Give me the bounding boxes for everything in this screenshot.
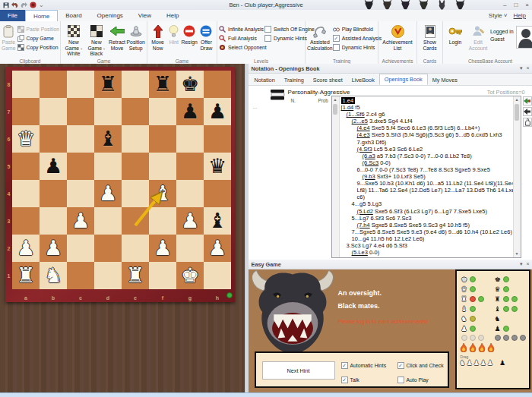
- board-square-c1[interactable]: [67, 262, 94, 289]
- chess-board[interactable]: ♜♜♚♟♟♛♝♟♛♟♝♟♟♝♟♟♟♟♜♞♜♚ 87654321 abcdefgh: [5, 67, 235, 302]
- board-square-b1[interactable]: ♞: [40, 262, 67, 289]
- retract-move-button[interactable]: Retract Move: [108, 23, 127, 51]
- copy-game-button[interactable]: Copy Game: [17, 35, 59, 42]
- chess-piece-wR-a1[interactable]: ♜: [12, 262, 40, 289]
- play-blindfold-button[interactable]: Play Blindfold: [333, 26, 382, 33]
- dynamic-hints-training-checkbox[interactable]: Dynamic Hints: [333, 44, 382, 51]
- assisted-calculation-button[interactable]: Assisted Calculation: [307, 23, 333, 51]
- tab-score-sheet[interactable]: Score sheet: [309, 75, 347, 85]
- board-square-g4[interactable]: [176, 180, 204, 207]
- achievement-list-button[interactable]: Achievement List: [380, 23, 415, 51]
- chess-piece-wR-e1[interactable]: ♜: [122, 262, 149, 289]
- chess-piece-wP-a2[interactable]: ♟: [12, 235, 40, 262]
- board-square-h6[interactable]: [204, 125, 231, 153]
- board-square-e7[interactable]: [122, 98, 149, 125]
- tab-notation[interactable]: Notation: [250, 75, 280, 85]
- board-square-e5[interactable]: [122, 153, 149, 180]
- back-arrow-button[interactable]: [523, 107, 532, 116]
- chess-piece-wP-f2[interactable]: ♟: [149, 235, 176, 262]
- chess-piece-bK-g8[interactable]: ♚: [176, 71, 204, 98]
- board-square-c8[interactable]: [67, 71, 94, 98]
- board-square-b7[interactable]: [40, 98, 67, 125]
- board-square-h2[interactable]: ♟: [204, 235, 231, 262]
- hint-button[interactable]: Hint: [166, 23, 181, 46]
- board-square-d1[interactable]: [94, 262, 122, 289]
- chess-piece-wP-d4[interactable]: ♟: [94, 180, 122, 207]
- checkbox-icon[interactable]: ✓: [333, 35, 340, 42]
- chess-piece-bR-d8[interactable]: ♜: [94, 71, 122, 98]
- board-square-a7[interactable]: [12, 98, 40, 125]
- tab-livebook[interactable]: LiveBook: [347, 75, 379, 85]
- board-square-h1[interactable]: [204, 262, 231, 289]
- chess-piece-bP-b5[interactable]: ♟: [40, 153, 67, 180]
- chess-piece-wB-f4[interactable]: ♝: [149, 180, 176, 207]
- checkbox-icon[interactable]: ✓: [397, 362, 404, 369]
- move-line[interactable]: 3.Sc3 Lg7 4.e4 d6 5.Sf3: [340, 242, 513, 249]
- board-square-a1[interactable]: ♜: [12, 262, 40, 289]
- menu-tab-board[interactable]: Board: [58, 10, 89, 21]
- edit-account-button[interactable]: Edit Account: [466, 23, 490, 51]
- style-menu[interactable]: Style ˅: [489, 12, 508, 19]
- chess-piece-wP-g3[interactable]: ♟: [176, 207, 204, 235]
- offer-draw-button[interactable]: Offer Draw: [198, 23, 215, 51]
- board-square-f7[interactable]: [149, 98, 176, 125]
- menu-tab-file[interactable]: File: [0, 10, 25, 21]
- menu-tab-help[interactable]: Help: [159, 10, 186, 21]
- move-line[interactable]: (5.Ld2 Sxe5 6.Sf3 (6.Lc3 Lg7) 6...Lg7 7.…: [340, 208, 513, 215]
- board-square-b4[interactable]: [40, 180, 67, 207]
- board-square-g2[interactable]: [176, 235, 204, 262]
- easy-game-header[interactable]: Easy Game ▾×: [249, 260, 532, 269]
- move-line[interactable]: 10...g4 11.h5 h6 12.Le2 Le6): [340, 235, 513, 242]
- board-square-c2[interactable]: [67, 235, 94, 262]
- board-square-d2[interactable]: [94, 235, 122, 262]
- new-game-white-button[interactable]: New Game - White: [62, 23, 85, 57]
- chess-piece-bB-d6[interactable]: ♝: [94, 125, 122, 153]
- paste-game-button[interactable]: Paste Game: [2, 23, 16, 51]
- chess-piece-wP-h2[interactable]: ♟: [204, 235, 231, 262]
- chess-piece-wQ-a6[interactable]: ♛: [12, 125, 40, 153]
- board-square-e4[interactable]: [122, 180, 149, 207]
- resign-button[interactable]: Resign: [182, 23, 198, 46]
- board-square-d6[interactable]: ♝: [94, 125, 122, 153]
- board-square-f3[interactable]: [149, 207, 176, 235]
- board-square-b8[interactable]: [40, 71, 67, 98]
- move-line[interactable]: (1...Sf6 2.c4 g6: [340, 111, 513, 118]
- menu-tab-home[interactable]: Home: [25, 10, 58, 21]
- copy-position-button[interactable]: Copy Position: [17, 44, 59, 51]
- panel-close-icon[interactable]: ×: [526, 65, 529, 71]
- board-square-a2[interactable]: ♟: [12, 235, 40, 262]
- board-square-b6[interactable]: [40, 125, 67, 153]
- board-square-c7[interactable]: [67, 98, 94, 125]
- hand-move-button[interactable]: [523, 118, 532, 127]
- move-line[interactable]: 4...g5 5.Lg3: [340, 200, 513, 207]
- board-square-h7[interactable]: ♟: [204, 98, 231, 125]
- checkbox-icon[interactable]: [333, 44, 340, 51]
- board-square-f8[interactable]: ♜: [149, 71, 176, 98]
- board-square-g6[interactable]: [176, 125, 204, 153]
- help-menu[interactable]: Help: [514, 12, 526, 19]
- board-square-h8[interactable]: [204, 71, 231, 98]
- notation-panel-header[interactable]: Notation - Openings Book ▾×: [249, 64, 532, 74]
- board-square-e8[interactable]: [122, 71, 149, 98]
- chess-piece-bB-h3[interactable]: ♝: [204, 207, 231, 235]
- board-square-f5[interactable]: [149, 153, 176, 180]
- board-square-e6[interactable]: [122, 125, 149, 153]
- board-square-g1[interactable]: ♚: [176, 262, 204, 289]
- moves-text[interactable]: 1.e4[1.d4 f5(1...Sf6 2.c4 g6(2...e5 3.dx…: [340, 97, 513, 257]
- board-square-b2[interactable]: ♟: [40, 235, 67, 262]
- move-now-button[interactable]: Move Now: [149, 23, 166, 51]
- chess-piece-bP-h7[interactable]: ♟: [204, 98, 231, 125]
- board-square-a3[interactable]: [12, 207, 40, 235]
- checkbox-icon[interactable]: ✓: [341, 377, 348, 383]
- auto-play-checkbox[interactable]: Auto Play: [397, 377, 429, 383]
- board-square-a5[interactable]: [12, 153, 40, 180]
- maximize-button[interactable]: □: [514, 2, 518, 8]
- move-line[interactable]: (5.Le3 0-0): [340, 249, 513, 256]
- infinite-analysis-button[interactable]: Infinite Analysis: [219, 26, 263, 33]
- panel-menu-icon[interactable]: ▾: [520, 261, 523, 267]
- menu-tab-openings[interactable]: Openings: [90, 10, 131, 21]
- assisted-analysis-checkbox[interactable]: ✓Assisted Analysis: [333, 35, 382, 42]
- panel-close-icon[interactable]: ×: [526, 261, 529, 267]
- board-square-b3[interactable]: [40, 207, 67, 235]
- board-square-d4[interactable]: ♟: [94, 180, 122, 207]
